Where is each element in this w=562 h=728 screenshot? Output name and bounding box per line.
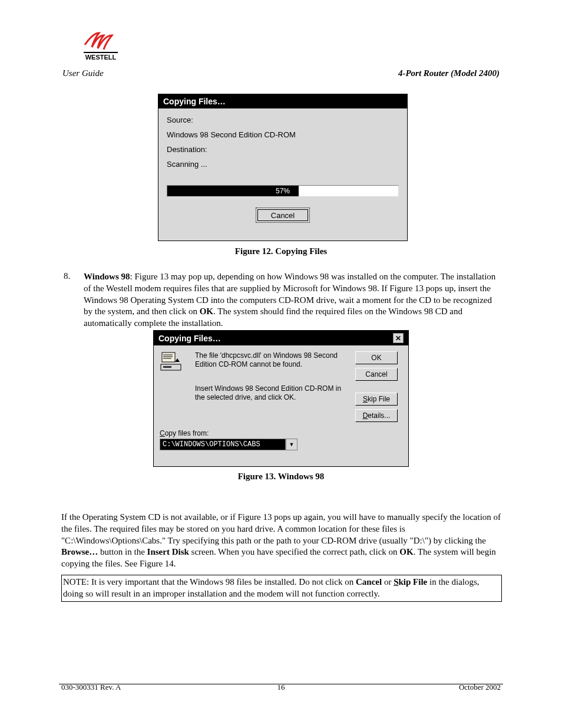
para-ok: OK (399, 547, 413, 556)
progress-bar: 57% (167, 185, 399, 197)
cancel-button[interactable]: Cancel (256, 207, 310, 223)
cancel-button-2[interactable]: Cancel (355, 368, 398, 381)
dialog1-titlebar: Copying Files… (158, 94, 407, 108)
copy-from-combo[interactable]: C:\WINDOWS\OPTIONS\CABS ▼ (160, 439, 351, 450)
note-pre: NOTE: It is very important that the Wind… (63, 577, 356, 587)
step-number: 8. (64, 271, 70, 281)
paragraph-cd-unavailable: If the Operating System CD is not availa… (61, 512, 502, 570)
destination-label: Destination: (167, 145, 399, 154)
dialog2-body: The file 'dhcpcsvc.dll' on Windows 98 Se… (154, 345, 408, 455)
svg-text:WESTELL: WESTELL (85, 54, 117, 61)
dialog2-msg1: The file 'dhcpcsvc.dll' on Windows 98 Se… (195, 351, 351, 381)
figure12-caption: Figure 12. Copying Files (0, 246, 562, 256)
source-label: Source: (167, 116, 399, 124)
svg-rect-2 (162, 353, 175, 362)
details-button[interactable]: Details... (355, 409, 398, 422)
destination-value: Scanning ... (167, 160, 399, 169)
copy-from-value[interactable]: C:\WINDOWS\OPTIONS\CABS (160, 439, 286, 450)
figure13-caption: Figure 13. Windows 98 (0, 472, 562, 482)
note-skip: Skip File (394, 577, 427, 587)
para-c: screen. When you have specified the corr… (189, 547, 400, 556)
header-model: 4-Port Router (Model 2400) (398, 68, 500, 78)
header-user-guide: User Guide (62, 68, 104, 78)
dialog2-titlebar: Copying Files… ✕ (154, 331, 408, 345)
step-lead: Windows 98 (84, 272, 130, 281)
dialog2-msg2: Insert Windows 98 Second Edition CD-ROM … (195, 384, 351, 422)
page: WESTELL User Guide 4-Port Router (Model … (0, 0, 562, 728)
para-browse: Browse… (61, 547, 98, 556)
dialog1-body: Source: Windows 98 Second Edition CD-ROM… (158, 108, 407, 229)
para-b: button in the (98, 547, 147, 556)
source-value: Windows 98 Second Edition CD-ROM (167, 130, 399, 139)
note-box: NOTE: It is very important that the Wind… (61, 575, 502, 602)
step-body: Windows 98: Figure 13 may pop up, depend… (84, 271, 501, 330)
copy-from-label: Copy files from: (160, 429, 351, 437)
copy-from-row: Copy files from: C:\WINDOWS\OPTIONS\CABS… (160, 429, 351, 450)
skip-file-button[interactable]: Skip File (355, 393, 398, 406)
svg-rect-7 (163, 366, 171, 368)
ok-button[interactable]: OK (355, 351, 398, 364)
svg-rect-0 (84, 52, 118, 53)
close-icon[interactable]: ✕ (393, 333, 404, 343)
para-a: If the Operating System CD is not availa… (61, 512, 501, 545)
para-insertdisk: Insert Disk (147, 547, 189, 556)
chevron-down-icon[interactable]: ▼ (286, 439, 297, 450)
dialog1-title-text: Copying Files… (163, 97, 226, 106)
dialog2-title-text: Copying Files… (158, 334, 221, 343)
note-or: or (382, 577, 394, 587)
note-cancel: Cancel (356, 577, 382, 587)
westell-logo: WESTELL (81, 31, 120, 61)
dialog-copying-error: Copying Files… ✕ The file 'dhcpcsvc.dl (153, 330, 409, 467)
progress-text: 57% (167, 186, 398, 196)
drive-icon (160, 351, 183, 373)
dialog-copying-progress: Copying Files… Source: Windows 98 Second… (158, 94, 408, 241)
footer-right: October 2002 (459, 683, 501, 692)
step-ok: OK (200, 307, 213, 316)
